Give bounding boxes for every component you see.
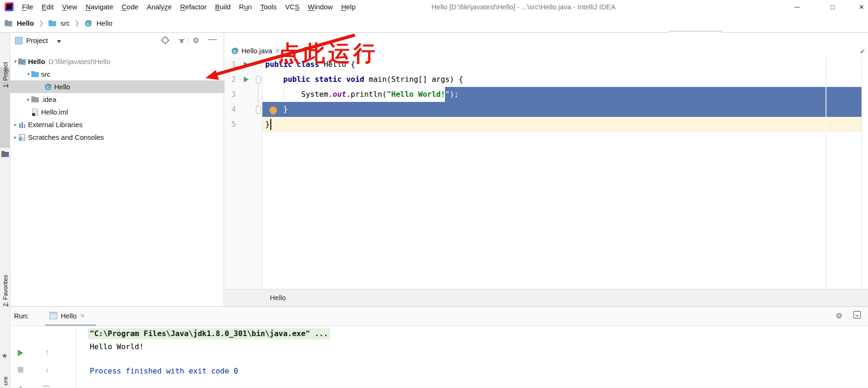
tree-row-external-libraries[interactable]: ▸External Libraries [10,118,226,131]
code-token: } [265,117,270,132]
code-line-5[interactable]: } [262,117,864,132]
menu-build[interactable]: Build [211,0,234,14]
code-token: .println( [346,87,387,102]
project-folder-icon [1,151,9,157]
intention-bulb-icon[interactable] [269,107,277,114]
tree-item-label: External Libraries [28,121,83,129]
intellij-logo-icon [5,2,14,11]
thread-dump-icon[interactable] [17,385,25,388]
scratches-icon [18,134,26,141]
soft-wrap-icon[interactable] [42,384,50,388]
title-bar: FileEditViewNavigateCodeAnalyzeRefactorB… [0,0,868,14]
gear-icon[interactable]: ⚙ [192,36,199,45]
down-arrow-icon[interactable]: ↓ [43,366,51,374]
tree-chevron-icon[interactable]: ▾ [26,71,31,77]
menu-analyze[interactable]: Analyze [142,0,176,14]
tree-item-label: Hello.iml [41,108,68,116]
locate-file-icon[interactable] [161,36,169,44]
tree-row-hello-iml[interactable]: Hello.iml [10,106,239,118]
menu-run[interactable]: Run [235,0,256,14]
tree-row-hello[interactable]: ▾HelloD:\file\javatest\Hello [10,55,226,68]
run-gutter-icon[interactable] [244,77,249,82]
tree-row-src[interactable]: ▾src [10,68,239,80]
line-fill [463,72,864,87]
menu-vcs[interactable]: VCS [281,0,303,14]
code-token: "); [445,87,459,102]
fold-region-line [258,84,258,108]
collapse-all-icon[interactable] [177,36,186,44]
code-token: public class [265,57,324,72]
run-console-toolbar: ↑ ↓ ↓ [10,326,76,388]
tree-row-hello[interactable]: CHello [10,80,252,93]
menu-tools[interactable]: Tools [256,0,281,14]
run-tab-hello[interactable]: Hello ✕ [45,307,90,324]
code-line-1[interactable]: public class Hello { [262,57,864,72]
favorites-star-icon[interactable]: ★ [1,352,7,360]
code-line-4[interactable]: } [262,102,864,117]
tree-row--idea[interactable]: ▸.idea [10,93,239,106]
console-line-system: Process finished with exit code 0 [90,366,238,377]
close-button[interactable]: × [851,0,868,14]
fold-handle-icon[interactable] [256,106,261,114]
breadcrumb-class[interactable]: Hello [270,289,868,306]
run-gutter-icon[interactable] [244,62,249,67]
chevron-down-icon[interactable] [57,40,61,43]
menu-window[interactable]: Window [303,0,337,14]
right-margin-guide [826,57,826,88]
right-margin-guide [826,118,826,133]
menu-code[interactable]: Code [118,0,143,14]
minimize-button[interactable]: ─ [786,0,808,14]
line-fill [459,87,864,102]
menu-refactor[interactable]: Refactor [176,0,211,14]
code-line-3[interactable]: System.out.println("Hello World!"); [262,87,864,102]
navigation-toolbar: Hello❯src❯CHello Hello [0,14,868,33]
code-token: System. [265,87,333,102]
code-editor[interactable]: public class Hello { public static void … [262,57,861,289]
tree-chevron-icon[interactable]: ▸ [26,96,31,102]
tree-item-label: Hello [28,57,45,65]
editor-error-stripe[interactable] [861,57,868,289]
breadcrumb-item[interactable]: Hello [97,14,113,32]
code-token: out [333,87,346,102]
tree-row-scratches-and-consoles[interactable]: ▸Scratches and Consoles [10,131,226,144]
up-arrow-icon[interactable]: ↑ [43,348,51,357]
inspections-ok-checkmark-icon[interactable]: ✔ [860,47,866,56]
menu-edit[interactable]: Edit [37,0,58,14]
menu-navigate[interactable]: Navigate [81,0,117,14]
tab-hello-java[interactable]: C Hello.java ✕ [227,44,284,58]
project-folder-icon [5,20,13,27]
app-config-icon [49,312,57,319]
breadcrumb-item[interactable]: Hello [17,14,34,32]
close-tab-icon[interactable]: ✕ [275,47,280,54]
console-line-stdout: Hello World! [90,341,144,352]
code-token: main(String[] args) { [369,72,463,87]
hide-panel-icon[interactable]: — [208,34,217,44]
stripe-label-ure[interactable]: ure [2,377,9,386]
tree-chevron-icon[interactable]: ▾ [13,58,18,65]
run-tab-label: Hello [61,312,77,320]
menu-file[interactable]: File [18,0,37,14]
rerun-button[interactable] [17,349,25,358]
stop-button[interactable] [17,366,26,375]
stripe-label-favorites[interactable]: 2: Favorites [2,275,9,307]
menu-help[interactable]: Help [337,0,360,14]
fold-handle-icon[interactable] [256,76,261,84]
tree-item-path: D:\file\javatest\Hello [49,57,111,65]
toolwindow-stripe: 1: Project2: Favoritesure ★ [0,33,10,388]
panel-separator [188,36,189,44]
gear-icon[interactable]: ⚙ [836,311,842,320]
stripe-label-project[interactable]: 1: Project [2,62,9,88]
project-panel-title[interactable]: Project [26,36,48,44]
line-number: 3 [217,87,236,102]
menu-view[interactable]: View [58,0,81,14]
close-run-tab-icon[interactable]: ✕ [80,312,85,319]
tree-chevron-icon[interactable]: ▸ [13,134,18,140]
maximize-button[interactable]: □ [822,0,843,14]
code-line-2[interactable]: public static void main(String[] args) { [262,72,864,87]
breadcrumb-item[interactable]: src [61,14,70,32]
java-class-icon: C [231,47,239,55]
src-folder-icon [31,71,39,78]
hide-panel-icon[interactable] [853,311,861,319]
console-output[interactable]: "C:\Program Files\Java\jdk1.8.0_301\bin\… [78,326,867,388]
tree-chevron-icon[interactable]: ▸ [13,122,18,128]
